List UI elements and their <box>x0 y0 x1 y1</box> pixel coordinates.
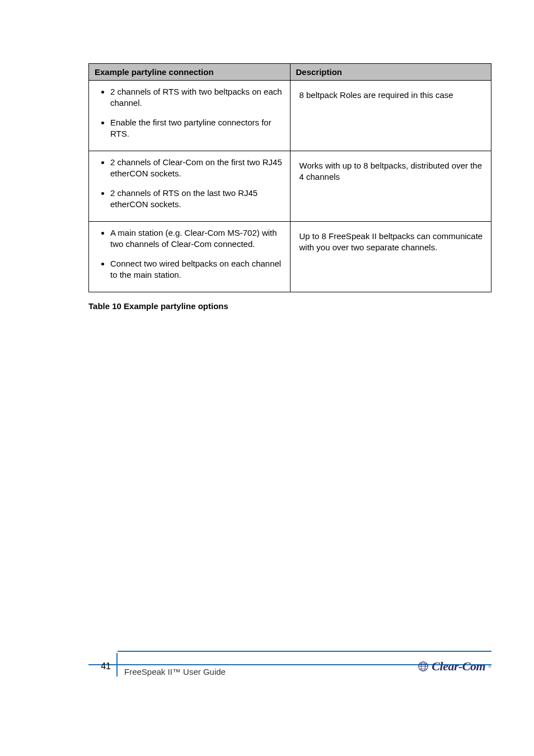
table-row: 2 channels of Clear-Com on the first two… <box>89 151 491 222</box>
table-header-connection: Example partyline connection <box>89 64 291 81</box>
table-row: A main station (e.g. Clear-Com MS-702) w… <box>89 222 491 292</box>
cell-text: 8 beltpack Roles are required in this ca… <box>296 84 486 101</box>
cell-text: Up to 8 FreeSpeak II beltpacks can commu… <box>296 225 486 254</box>
cell-list: 2 channels of RTS with two beltpacks on … <box>95 86 284 139</box>
list-item: 2 channels of RTS on the last two RJ45 e… <box>110 188 284 211</box>
cell-text: Works with up to 8 beltpacks, distribute… <box>296 155 486 183</box>
list-item: 2 channels of RTS with two beltpacks on … <box>110 86 284 109</box>
footer-rule-under <box>118 651 491 652</box>
brand-logo: Clear-Com® <box>407 659 491 674</box>
list-item: A main station (e.g. Clear-Com MS-702) w… <box>110 227 284 250</box>
globe-icon <box>417 660 429 673</box>
cell-list: 2 channels of Clear-Com on the first two… <box>95 157 284 210</box>
page-number: 41 <box>88 661 116 671</box>
registered-mark: ® <box>488 664 491 669</box>
list-item: Enable the first two partyline connector… <box>110 117 284 140</box>
page-footer: 41 FreeSpeak II™ User Guide Clear-Com® <box>88 664 491 676</box>
list-item: Connect two wired beltpacks on each chan… <box>110 258 284 281</box>
brand-logo-text: Clear-Com <box>432 659 485 674</box>
table-row: 2 channels of RTS with two beltpacks on … <box>89 81 491 151</box>
table-header-description: Description <box>290 64 491 81</box>
table-caption: Table 10 Example partyline options <box>88 301 491 311</box>
cell-list: A main station (e.g. Clear-Com MS-702) w… <box>95 227 284 281</box>
list-item: 2 channels of Clear-Com on the first two… <box>110 157 284 180</box>
footer-guide-title: FreeSpeak II™ User Guide <box>118 656 407 676</box>
partyline-options-table: Example partyline connection Description… <box>88 63 491 292</box>
